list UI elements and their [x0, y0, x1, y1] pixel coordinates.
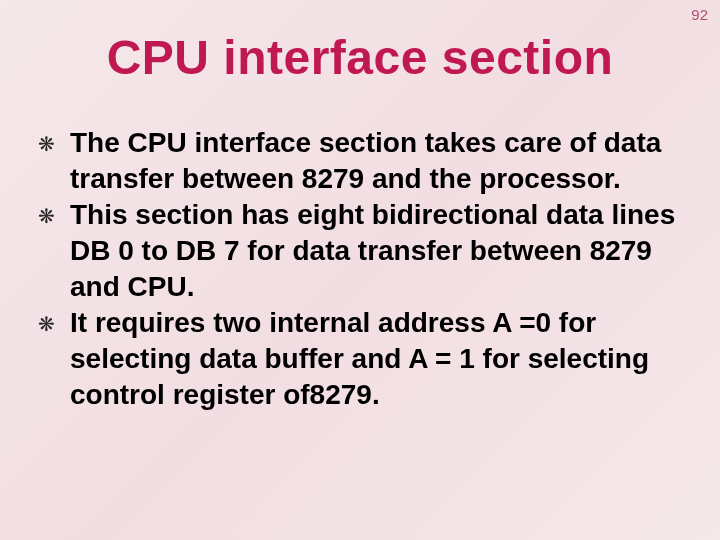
page-number: 92: [691, 6, 708, 23]
list-item: ❋ This section has eight bidirectional d…: [34, 197, 686, 305]
bullet-icon: ❋: [34, 197, 70, 235]
bullet-icon: ❋: [34, 125, 70, 163]
list-item: ❋ It requires two internal address A =0 …: [34, 305, 686, 413]
bullet-text: This section has eight bidirectional dat…: [70, 197, 686, 305]
bullet-text: The CPU interface section takes care of …: [70, 125, 686, 197]
bullet-list: ❋ The CPU interface section takes care o…: [34, 125, 686, 413]
bullet-text: It requires two internal address A =0 fo…: [70, 305, 686, 413]
slide-title: CPU interface section: [0, 30, 720, 85]
bullet-icon: ❋: [34, 305, 70, 343]
list-item: ❋ The CPU interface section takes care o…: [34, 125, 686, 197]
